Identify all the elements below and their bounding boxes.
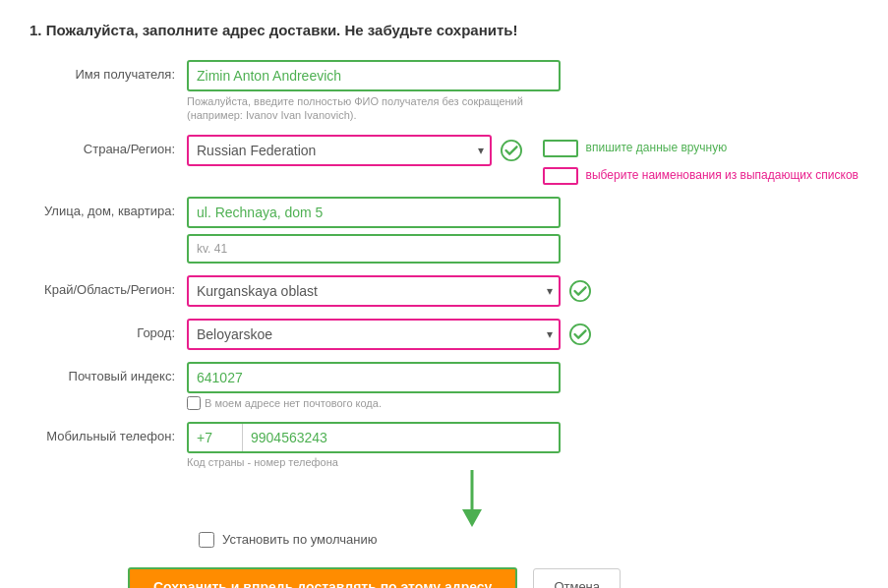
- legend-green-item: впишите данные вручную: [543, 140, 858, 157]
- postal-label: Почтовый индекс:: [30, 362, 187, 385]
- default-checkbox[interactable]: [199, 532, 214, 548]
- street-row: Улица, дом, квартира:: [30, 197, 858, 264]
- legend-magenta-item: выберите наименования из выпадающих спис…: [543, 167, 858, 185]
- phone-number-input[interactable]: [243, 424, 559, 451]
- region-select-wrapper: Kurganskaya oblast: [187, 275, 561, 307]
- phone-code-input[interactable]: [189, 424, 243, 451]
- city-label: Город:: [30, 319, 187, 342]
- region-field: Kurganskaya oblast: [187, 275, 561, 307]
- street-input[interactable]: [187, 197, 561, 228]
- recipient-label: Имя получателя:: [30, 60, 187, 84]
- region-select[interactable]: Kurganskaya oblast: [187, 275, 561, 307]
- country-select-wrapper: Russian Federation: [187, 135, 492, 166]
- city-check-icon: [568, 323, 592, 346]
- svg-point-0: [502, 141, 521, 160]
- country-label: Страна/Регион:: [30, 135, 187, 158]
- postal-row: Почтовый индекс: В моем адресе нет почто…: [30, 362, 858, 410]
- country-check-icon: [500, 139, 523, 162]
- buttons-row: Сохранить и впредь доставлять по этому а…: [128, 567, 858, 588]
- city-select-wrapper: Beloyarskoe: [187, 319, 561, 350]
- recipient-row: Имя получателя: Пожалуйста, введите полн…: [30, 60, 858, 123]
- region-check-icon: [568, 279, 592, 303]
- recipient-hint: Пожалуйста, введите полностью ФИО получа…: [187, 94, 561, 123]
- legend-magenta-box: [543, 167, 578, 185]
- city-select[interactable]: Beloyarskoe: [187, 319, 561, 350]
- country-field: Russian Federation: [187, 135, 492, 166]
- save-button[interactable]: Сохранить и впредь доставлять по этому а…: [128, 567, 517, 588]
- phone-label: Мобильный телефон:: [30, 422, 187, 445]
- legend-green-box: [543, 140, 578, 157]
- country-select[interactable]: Russian Federation: [187, 135, 492, 166]
- recipient-input[interactable]: [187, 60, 561, 91]
- region-row: Край/Область/Регион: Kurganskaya oblast: [30, 275, 858, 307]
- city-row: Город: Beloyarskoe: [30, 319, 858, 350]
- no-postal-checkbox[interactable]: [187, 396, 201, 410]
- legend-magenta-text: выберите наименования из выпадающих спис…: [586, 168, 858, 184]
- arrow-decoration: [452, 470, 858, 532]
- postal-input[interactable]: [187, 362, 561, 393]
- default-label: Установить по умолчанию: [222, 532, 377, 547]
- phone-field: Код страны - номер телефона: [187, 422, 561, 468]
- city-field: Beloyarskoe: [187, 319, 561, 350]
- svg-point-1: [570, 281, 590, 301]
- cancel-button[interactable]: Отмена: [533, 568, 621, 588]
- phone-outer: [187, 422, 561, 453]
- no-postal-text: В моем адресе нет почтового кода.: [205, 397, 382, 409]
- page-title: 1. Пожалуйста, заполните адрес доставки.…: [30, 20, 858, 40]
- phone-row: Мобильный телефон: Код страны - номер те…: [30, 422, 858, 468]
- default-checkbox-row: Установить по умолчанию: [199, 532, 858, 548]
- street-label: Улица, дом, квартира:: [30, 197, 187, 220]
- apt-input[interactable]: [187, 234, 561, 264]
- delivery-form: Имя получателя: Пожалуйста, введите полн…: [30, 60, 858, 588]
- country-row: Страна/Регион: Russian Federation впишит…: [30, 135, 858, 185]
- svg-marker-4: [462, 509, 482, 527]
- street-field: [187, 197, 561, 264]
- recipient-field: Пожалуйста, введите полностью ФИО получа…: [187, 60, 561, 123]
- postal-hint-row: В моем адресе нет почтового кода.: [187, 396, 561, 410]
- phone-hint: Код страны - номер телефона: [187, 456, 561, 468]
- postal-field: В моем адресе нет почтового кода.: [187, 362, 561, 410]
- region-label: Край/Область/Регион:: [30, 275, 187, 299]
- svg-point-2: [570, 324, 590, 344]
- legend-green-text: впишите данные вручную: [586, 141, 728, 156]
- legend-area: впишите данные вручную выберите наименов…: [543, 135, 858, 185]
